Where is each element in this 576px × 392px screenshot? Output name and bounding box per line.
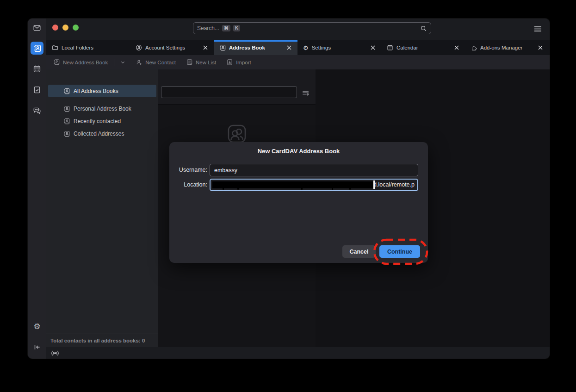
list-item-personal-address-book[interactable]: Personal Address Book bbox=[48, 102, 156, 115]
tab-addons-manager[interactable]: Add-ons Manager bbox=[465, 40, 549, 55]
folder-icon bbox=[52, 44, 58, 51]
address-book-space-active[interactable] bbox=[31, 42, 43, 55]
redacted-text-descender bbox=[237, 188, 239, 190]
minimize-window-button[interactable] bbox=[62, 25, 68, 31]
close-window-button[interactable] bbox=[52, 25, 58, 31]
titlebar: Search... ⌘ K bbox=[46, 19, 550, 40]
traffic-lights bbox=[52, 25, 79, 31]
toolbar-button-label: Import bbox=[236, 60, 251, 65]
new-carddav-dialog: New CardDAV Address Book Username: Locat… bbox=[169, 142, 428, 263]
address-book-list: All Address Books Personal Address Book bbox=[46, 69, 158, 140]
username-label: Username: bbox=[169, 167, 207, 173]
new-list-icon bbox=[186, 59, 193, 66]
new-address-book-button[interactable]: New Address Book bbox=[53, 59, 125, 66]
global-search-bar[interactable]: Search... ⌘ K bbox=[193, 22, 431, 34]
list-item-label: Personal Address Book bbox=[74, 106, 131, 112]
display-options-icon[interactable] bbox=[302, 89, 310, 97]
status-bar bbox=[46, 347, 550, 359]
divider bbox=[114, 59, 114, 66]
list-item-all-address-books[interactable]: All Address Books bbox=[48, 85, 156, 97]
address-book-icon bbox=[63, 118, 70, 124]
mail-icon[interactable] bbox=[32, 23, 42, 33]
redacted-text-descender bbox=[332, 188, 333, 190]
location-label: Location: bbox=[169, 181, 207, 188]
broadcast-status-icon bbox=[50, 349, 60, 357]
app-menu-icon[interactable] bbox=[533, 25, 542, 32]
tab-address-book[interactable]: Address Book bbox=[214, 40, 297, 55]
import-button[interactable]: Import bbox=[226, 59, 251, 66]
close-tab-icon[interactable] bbox=[286, 45, 292, 50]
tab-account-settings[interactable]: Account Settings bbox=[130, 40, 214, 55]
puzzle-icon bbox=[471, 44, 477, 51]
address-book-icon bbox=[63, 131, 70, 137]
address-books-pane: All Address Books Personal Address Book bbox=[46, 69, 158, 347]
toolbar-button-label: New Contact bbox=[145, 60, 176, 65]
tab-label: Account Settings bbox=[145, 45, 185, 50]
address-book-toolbar: New Address Book New Contact bbox=[46, 55, 550, 69]
toolbar-button-label: New Address Book bbox=[63, 60, 108, 65]
redacted-text-descender bbox=[301, 188, 303, 190]
continue-button[interactable]: Continue bbox=[379, 245, 420, 258]
import-icon bbox=[226, 59, 233, 66]
address-book-icon bbox=[63, 88, 70, 94]
list-item-recently-contacted[interactable]: Recently contacted bbox=[48, 115, 156, 127]
location-visible-text: d.local/remote.p bbox=[373, 181, 415, 188]
list-item-label: All Address Books bbox=[74, 88, 118, 94]
calendar-icon bbox=[387, 44, 393, 51]
new-contact-button[interactable]: New Contact bbox=[136, 59, 176, 66]
settings-gear-icon[interactable]: ⚙ bbox=[32, 321, 42, 331]
cancel-button[interactable]: Cancel bbox=[342, 245, 376, 258]
tab-label: Calendar bbox=[396, 45, 418, 50]
tasks-space-icon[interactable] bbox=[32, 85, 42, 95]
address-book-icon bbox=[63, 106, 70, 112]
tab-settings[interactable]: ⚙ Settings bbox=[297, 40, 381, 55]
tab-bar: Local Folders Account Settings bbox=[46, 40, 550, 55]
list-item-label: Recently contacted bbox=[74, 118, 121, 124]
chevron-down-icon[interactable] bbox=[120, 60, 125, 65]
new-address-book-icon bbox=[53, 59, 60, 66]
close-tab-icon[interactable] bbox=[454, 45, 459, 50]
list-item-collected-addresses[interactable]: Collected Addresses bbox=[48, 127, 156, 140]
tab-label: Local Folders bbox=[62, 45, 93, 50]
new-contact-icon bbox=[136, 59, 142, 66]
address-book-icon bbox=[219, 44, 226, 51]
spaces-sidebar: ⚙ bbox=[28, 19, 46, 359]
account-settings-icon bbox=[136, 44, 142, 51]
address-book-icon bbox=[33, 44, 41, 52]
close-tab-icon[interactable] bbox=[538, 45, 543, 50]
app-window: ⚙ Search... ⌘ K bbox=[28, 19, 550, 359]
tab-label: Settings bbox=[312, 45, 331, 50]
new-list-button[interactable]: New List bbox=[186, 59, 216, 66]
tab-label: Add-ons Manager bbox=[480, 45, 522, 50]
tab-local-folders[interactable]: Local Folders bbox=[46, 40, 130, 55]
total-contacts-status: Total contacts in all address books: 0 bbox=[46, 334, 158, 347]
collapse-sidebar-icon[interactable] bbox=[32, 342, 42, 352]
cmd-key-chip: ⌘ bbox=[222, 25, 230, 31]
redacted-text-descender bbox=[349, 188, 351, 190]
empty-contacts-placeholder-icon bbox=[226, 123, 248, 145]
username-input[interactable] bbox=[210, 164, 418, 176]
gear-icon: ⚙ bbox=[303, 45, 309, 51]
list-item-label: Collected Addresses bbox=[74, 131, 124, 137]
toolbar-button-label: New List bbox=[196, 60, 216, 65]
contacts-search-input[interactable] bbox=[161, 86, 297, 98]
close-tab-icon[interactable] bbox=[203, 45, 208, 50]
redacted-text-descender bbox=[223, 188, 224, 190]
calendar-space-icon[interactable] bbox=[32, 64, 42, 74]
tab-calendar[interactable]: Calendar bbox=[381, 40, 465, 55]
redaction-bar bbox=[212, 181, 375, 188]
tab-label: Address Book bbox=[229, 45, 265, 50]
k-key-chip: K bbox=[233, 25, 240, 31]
close-tab-icon[interactable] bbox=[370, 45, 376, 50]
dialog-title: New CardDAV Address Book bbox=[169, 142, 428, 155]
location-input[interactable]: d.local/remote.p bbox=[210, 179, 418, 191]
search-icon bbox=[420, 25, 427, 32]
contacts-list-header bbox=[158, 69, 316, 105]
search-placeholder: Search... bbox=[197, 25, 219, 31]
chat-space-icon[interactable] bbox=[32, 106, 42, 116]
zoom-window-button[interactable] bbox=[73, 25, 79, 31]
